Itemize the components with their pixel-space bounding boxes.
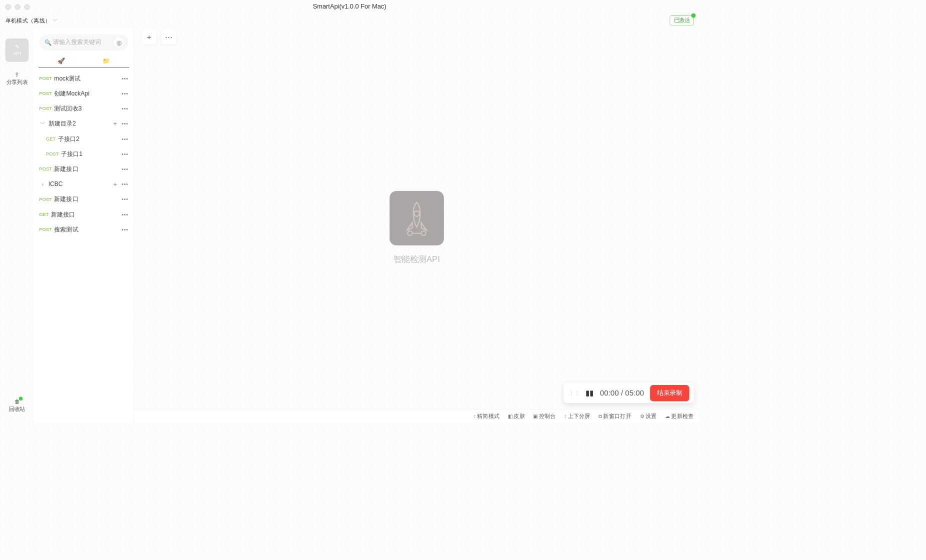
console-icon: ▣ bbox=[533, 414, 538, 419]
recorder-widget[interactable]: ⋮⋮ ▮▮ 00:00 / 05:00 结束录制 bbox=[564, 383, 694, 404]
rail-share-label: 分享列表 bbox=[6, 80, 28, 86]
folder-label: 新建目录2 bbox=[48, 120, 76, 128]
api-row[interactable]: POST创建MockApi••• bbox=[34, 86, 134, 101]
mode-selector[interactable]: 单机模式（离线） ﹀ bbox=[6, 17, 58, 24]
add-icon[interactable]: + bbox=[113, 120, 117, 128]
empty-logo bbox=[390, 191, 444, 246]
rail-trash-button[interactable]: 🗑 回收站 bbox=[9, 398, 25, 413]
gear-icon: ⚙ bbox=[640, 414, 644, 419]
tab-bar: + ⋯ bbox=[134, 27, 699, 46]
more-icon[interactable]: ••• bbox=[122, 212, 128, 218]
status-compact[interactable]: ↕精简模式 bbox=[474, 412, 500, 420]
method-badge: POST bbox=[40, 227, 52, 232]
traffic-lights[interactable] bbox=[6, 4, 30, 10]
api-label: 测试回收3 bbox=[54, 105, 82, 113]
more-icon[interactable]: ••• bbox=[122, 76, 128, 82]
method-badge: POST bbox=[40, 106, 52, 112]
more-icon[interactable]: ••• bbox=[122, 226, 128, 232]
more-icon[interactable]: ••• bbox=[122, 90, 128, 96]
add-icon[interactable]: + bbox=[113, 180, 117, 188]
api-row[interactable]: POST新建接口••• bbox=[34, 192, 134, 207]
rail-api-button[interactable]: ✎ API bbox=[6, 38, 29, 62]
status-newwin[interactable]: ⧉新窗口打开 bbox=[598, 412, 632, 420]
api-label: 新建接口 bbox=[51, 210, 75, 218]
rail-api-label: API bbox=[13, 50, 21, 56]
trash-icon: 🗑 bbox=[14, 398, 20, 404]
titlebar: SmartApi(v1.0.0 For Mac) bbox=[0, 0, 699, 14]
search-icon: 🔍 bbox=[44, 40, 52, 46]
skin-icon: ◧ bbox=[508, 414, 512, 419]
method-badge: POST bbox=[46, 152, 58, 157]
method-badge: GET bbox=[40, 212, 49, 218]
minimize-icon[interactable] bbox=[14, 4, 20, 10]
api-label: 创建MockApi bbox=[54, 90, 89, 98]
dots-icon: ⋯ bbox=[165, 32, 172, 42]
method-badge: GET bbox=[46, 136, 56, 142]
more-icon[interactable]: ••• bbox=[122, 136, 128, 142]
tab-menu-button[interactable]: ⋯ bbox=[161, 30, 176, 44]
api-label: 搜索测试 bbox=[54, 226, 78, 234]
empty-state: 智能检测API bbox=[134, 47, 699, 410]
status-update[interactable]: ☁更新检查 bbox=[665, 412, 694, 420]
api-row[interactable]: GET新建接口••• bbox=[34, 207, 134, 222]
cloud-icon: ☁ bbox=[665, 414, 670, 419]
api-row[interactable]: POST子接口1••• bbox=[34, 146, 134, 162]
close-icon[interactable] bbox=[6, 4, 11, 10]
sidebar-tabs: 🚀 📁 bbox=[38, 54, 129, 68]
api-label: 新建接口 bbox=[54, 165, 78, 173]
rail-share-button[interactable]: ⇪ 分享列表 bbox=[6, 72, 28, 86]
chevron-down-icon: ﹀ bbox=[53, 17, 58, 24]
rocket-large-icon bbox=[400, 200, 432, 236]
more-icon[interactable]: ••• bbox=[122, 166, 128, 172]
folder-label: ICBC bbox=[48, 181, 63, 188]
recorder-total: 05:00 bbox=[625, 388, 644, 397]
drag-handle-icon[interactable]: ⋮⋮ bbox=[569, 390, 580, 396]
crosshair-icon: ◎ bbox=[116, 39, 122, 46]
folder-row[interactable]: ›ICBC+••• bbox=[34, 176, 134, 192]
method-badge: POST bbox=[40, 166, 52, 172]
tab-rocket[interactable]: 🚀 bbox=[38, 54, 84, 68]
pause-button[interactable]: ▮▮ bbox=[586, 388, 594, 398]
api-row[interactable]: POSTmock测试••• bbox=[34, 71, 134, 86]
stop-recording-button[interactable]: 结束录制 bbox=[650, 385, 690, 401]
api-row[interactable]: POST搜索测试••• bbox=[34, 222, 134, 237]
recorder-sep: / bbox=[621, 388, 623, 397]
share-icon: ⇪ bbox=[14, 72, 19, 78]
svg-point-1 bbox=[408, 231, 412, 236]
api-row[interactable]: GET子接口2••• bbox=[34, 132, 134, 146]
newwin-icon: ⧉ bbox=[598, 413, 602, 419]
api-row[interactable]: POST新建接口••• bbox=[34, 162, 134, 176]
more-icon[interactable]: ••• bbox=[122, 121, 128, 127]
api-label: 新建接口 bbox=[54, 196, 78, 204]
tab-folder[interactable]: 📁 bbox=[84, 54, 130, 68]
empty-caption: 智能检测API bbox=[394, 254, 440, 265]
new-tab-button[interactable]: + bbox=[142, 30, 156, 44]
method-badge: POST bbox=[40, 76, 52, 82]
chevron-down-icon[interactable]: ﹀ bbox=[40, 120, 46, 128]
more-icon[interactable]: ••• bbox=[122, 181, 128, 187]
chevron-right-icon[interactable]: › bbox=[40, 181, 46, 187]
compact-icon: ↕ bbox=[474, 414, 476, 419]
svg-point-2 bbox=[421, 231, 426, 236]
status-skin[interactable]: ◧皮肤 bbox=[508, 412, 525, 420]
method-badge: POST bbox=[40, 91, 52, 96]
api-row[interactable]: POST测试回收3••• bbox=[34, 101, 134, 116]
rail-trash-label: 回收站 bbox=[9, 406, 25, 413]
api-label: 子接口1 bbox=[61, 150, 82, 158]
svg-point-0 bbox=[414, 211, 420, 216]
status-console[interactable]: ▣控制台 bbox=[533, 412, 556, 420]
folder-row[interactable]: ﹀新建目录2+••• bbox=[34, 116, 134, 132]
target-button[interactable]: ◎ bbox=[114, 37, 125, 48]
status-settings[interactable]: ⚙设置 bbox=[640, 412, 657, 420]
more-icon[interactable]: ••• bbox=[122, 151, 128, 157]
status-split[interactable]: ↕上下分屏 bbox=[564, 412, 590, 420]
window-title: SmartApi(v1.0.0 For Mac) bbox=[313, 3, 386, 10]
api-label: mock测试 bbox=[54, 74, 80, 82]
activation-badge[interactable]: 已激活 bbox=[670, 15, 694, 26]
status-bar: ↕精简模式 ◧皮肤 ▣控制台 ↕上下分屏 ⧉新窗口打开 ⚙设置 ☁更新检查 bbox=[134, 409, 699, 422]
more-icon[interactable]: ••• bbox=[122, 106, 128, 112]
mode-label: 单机模式（离线） bbox=[6, 17, 51, 24]
more-icon[interactable]: ••• bbox=[122, 196, 128, 202]
zoom-icon[interactable] bbox=[24, 4, 30, 10]
pencil-icon: ✎ bbox=[15, 44, 19, 50]
